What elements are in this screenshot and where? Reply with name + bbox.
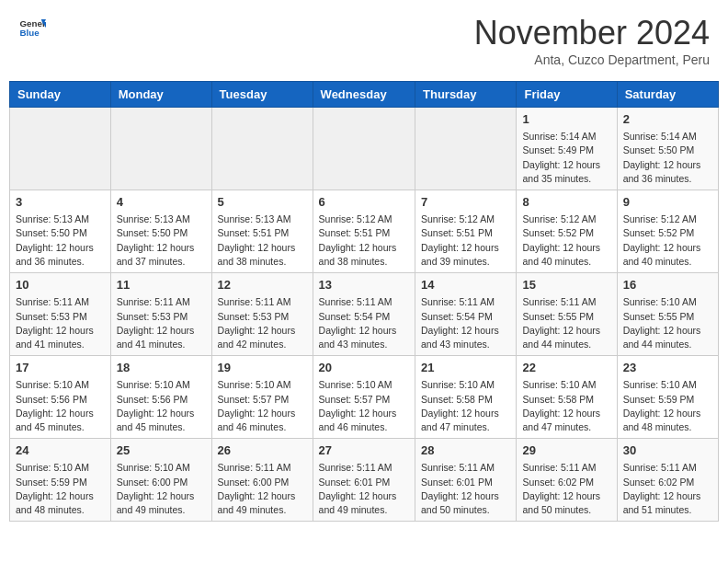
weekday-header-wednesday: Wednesday: [313, 82, 415, 108]
day-number: 25: [117, 442, 206, 459]
calendar-cell: 13Sunrise: 5:11 AMSunset: 5:54 PMDayligh…: [313, 273, 415, 356]
day-info: Sunrise: 5:10 AMSunset: 5:59 PMDaylight:…: [16, 461, 105, 517]
day-info: Sunrise: 5:11 AMSunset: 5:53 PMDaylight:…: [218, 295, 307, 351]
day-info: Sunrise: 5:12 AMSunset: 5:52 PMDaylight:…: [522, 213, 610, 269]
calendar-cell: 5Sunrise: 5:13 AMSunset: 5:51 PMDaylight…: [211, 190, 313, 273]
day-info: Sunrise: 5:11 AMSunset: 5:54 PMDaylight:…: [421, 295, 510, 351]
day-number: 19: [218, 360, 307, 376]
day-info: Sunrise: 5:10 AMSunset: 5:57 PMDaylight:…: [319, 378, 409, 434]
title-area: November 2024 Anta, Cuzco Department, Pe…: [474, 14, 710, 67]
day-number: 27: [319, 442, 409, 459]
day-number: 9: [623, 194, 712, 211]
calendar-cell: 4Sunrise: 5:13 AMSunset: 5:50 PMDaylight…: [110, 190, 211, 273]
day-number: 16: [623, 277, 712, 293]
calendar-cell: 2Sunrise: 5:14 AMSunset: 5:50 PMDaylight…: [617, 108, 718, 190]
calendar-cell: 11Sunrise: 5:11 AMSunset: 5:53 PMDayligh…: [110, 273, 211, 356]
day-number: 6: [319, 194, 409, 211]
calendar-cell: 29Sunrise: 5:11 AMSunset: 6:02 PMDayligh…: [517, 439, 617, 522]
day-number: 14: [421, 277, 510, 293]
page-header: General Blue November 2024 Anta, Cuzco D…: [9, 9, 719, 72]
day-number: 15: [522, 277, 610, 293]
location-subtitle: Anta, Cuzco Department, Peru: [474, 52, 710, 67]
day-info: Sunrise: 5:10 AMSunset: 5:59 PMDaylight:…: [623, 378, 712, 434]
day-info: Sunrise: 5:11 AMSunset: 6:01 PMDaylight:…: [421, 461, 510, 517]
calendar-cell: 23Sunrise: 5:10 AMSunset: 5:59 PMDayligh…: [617, 356, 718, 439]
calendar-week-row: 3Sunrise: 5:13 AMSunset: 5:50 PMDaylight…: [10, 190, 719, 273]
day-number: 29: [522, 442, 610, 459]
day-number: 28: [421, 442, 510, 459]
day-number: 30: [623, 442, 712, 459]
weekday-header-tuesday: Tuesday: [211, 82, 313, 108]
calendar-cell: 28Sunrise: 5:11 AMSunset: 6:01 PMDayligh…: [415, 439, 517, 522]
day-info: Sunrise: 5:14 AMSunset: 5:50 PMDaylight:…: [623, 130, 712, 186]
calendar-cell: 25Sunrise: 5:10 AMSunset: 6:00 PMDayligh…: [110, 439, 211, 522]
day-number: 21: [421, 360, 510, 376]
calendar-cell: 14Sunrise: 5:11 AMSunset: 5:54 PMDayligh…: [415, 273, 517, 356]
day-info: Sunrise: 5:11 AMSunset: 5:54 PMDaylight:…: [319, 295, 409, 351]
day-number: 7: [421, 194, 510, 211]
calendar-cell: 16Sunrise: 5:10 AMSunset: 5:55 PMDayligh…: [617, 273, 718, 356]
calendar-week-row: 10Sunrise: 5:11 AMSunset: 5:53 PMDayligh…: [10, 273, 719, 356]
day-info: Sunrise: 5:10 AMSunset: 5:56 PMDaylight:…: [16, 378, 105, 434]
calendar-cell: 3Sunrise: 5:13 AMSunset: 5:50 PMDaylight…: [10, 190, 111, 273]
logo-icon: General Blue: [18, 14, 46, 41]
calendar-cell: 21Sunrise: 5:10 AMSunset: 5:58 PMDayligh…: [415, 356, 517, 439]
calendar-week-row: 17Sunrise: 5:10 AMSunset: 5:56 PMDayligh…: [10, 356, 719, 439]
calendar-cell: [211, 108, 313, 190]
calendar-cell: 22Sunrise: 5:10 AMSunset: 5:58 PMDayligh…: [517, 356, 617, 439]
day-info: Sunrise: 5:11 AMSunset: 6:02 PMDaylight:…: [522, 461, 610, 517]
day-info: Sunrise: 5:11 AMSunset: 6:01 PMDaylight:…: [319, 461, 409, 517]
calendar-week-row: 1Sunrise: 5:14 AMSunset: 5:49 PMDaylight…: [10, 108, 719, 190]
calendar-cell: 20Sunrise: 5:10 AMSunset: 5:57 PMDayligh…: [313, 356, 415, 439]
calendar-cell: 15Sunrise: 5:11 AMSunset: 5:55 PMDayligh…: [517, 273, 617, 356]
calendar-cell: 8Sunrise: 5:12 AMSunset: 5:52 PMDaylight…: [517, 190, 617, 273]
calendar-cell: [313, 108, 415, 190]
weekday-header-sunday: Sunday: [10, 82, 111, 108]
day-info: Sunrise: 5:11 AMSunset: 6:00 PMDaylight:…: [218, 461, 307, 517]
calendar-cell: 24Sunrise: 5:10 AMSunset: 5:59 PMDayligh…: [10, 439, 111, 522]
day-info: Sunrise: 5:10 AMSunset: 5:58 PMDaylight:…: [421, 378, 510, 434]
day-info: Sunrise: 5:12 AMSunset: 5:52 PMDaylight:…: [623, 213, 712, 269]
weekday-header-friday: Friday: [517, 82, 617, 108]
day-number: 11: [117, 277, 206, 293]
day-info: Sunrise: 5:14 AMSunset: 5:49 PMDaylight:…: [522, 130, 610, 186]
day-info: Sunrise: 5:10 AMSunset: 6:00 PMDaylight:…: [117, 461, 206, 517]
calendar-cell: 1Sunrise: 5:14 AMSunset: 5:49 PMDaylight…: [517, 108, 617, 190]
day-number: 22: [522, 360, 610, 376]
day-number: 23: [623, 360, 712, 376]
day-number: 26: [218, 442, 307, 459]
day-number: 24: [16, 442, 105, 459]
weekday-header-row: SundayMondayTuesdayWednesdayThursdayFrid…: [10, 82, 719, 108]
day-number: 12: [218, 277, 307, 293]
day-number: 3: [16, 194, 105, 211]
day-info: Sunrise: 5:10 AMSunset: 5:56 PMDaylight:…: [117, 378, 206, 434]
day-number: 8: [522, 194, 610, 211]
month-title: November 2024: [474, 14, 710, 52]
calendar-cell: [415, 108, 517, 190]
day-info: Sunrise: 5:11 AMSunset: 5:53 PMDaylight:…: [117, 295, 206, 351]
day-info: Sunrise: 5:12 AMSunset: 5:51 PMDaylight:…: [421, 213, 510, 269]
day-number: 10: [16, 277, 105, 293]
day-info: Sunrise: 5:10 AMSunset: 5:58 PMDaylight:…: [522, 378, 610, 434]
day-info: Sunrise: 5:10 AMSunset: 5:55 PMDaylight:…: [623, 295, 712, 351]
calendar-cell: 17Sunrise: 5:10 AMSunset: 5:56 PMDayligh…: [10, 356, 111, 439]
calendar-table: SundayMondayTuesdayWednesdayThursdayFrid…: [9, 81, 719, 522]
day-number: 20: [319, 360, 409, 376]
calendar-cell: 6Sunrise: 5:12 AMSunset: 5:51 PMDaylight…: [313, 190, 415, 273]
calendar-cell: 10Sunrise: 5:11 AMSunset: 5:53 PMDayligh…: [10, 273, 111, 356]
day-info: Sunrise: 5:13 AMSunset: 5:50 PMDaylight:…: [16, 213, 105, 269]
calendar-cell: 19Sunrise: 5:10 AMSunset: 5:57 PMDayligh…: [211, 356, 313, 439]
weekday-header-saturday: Saturday: [617, 82, 718, 108]
day-number: 17: [16, 360, 105, 376]
weekday-header-monday: Monday: [110, 82, 211, 108]
calendar-cell: [110, 108, 211, 190]
day-number: 4: [117, 194, 206, 211]
day-info: Sunrise: 5:10 AMSunset: 5:57 PMDaylight:…: [218, 378, 307, 434]
svg-text:Blue: Blue: [20, 28, 40, 38]
day-info: Sunrise: 5:13 AMSunset: 5:50 PMDaylight:…: [117, 213, 206, 269]
calendar-cell: 12Sunrise: 5:11 AMSunset: 5:53 PMDayligh…: [211, 273, 313, 356]
day-number: 2: [623, 111, 712, 128]
day-number: 1: [522, 111, 610, 128]
day-info: Sunrise: 5:11 AMSunset: 6:02 PMDaylight:…: [623, 461, 712, 517]
day-number: 5: [218, 194, 307, 211]
